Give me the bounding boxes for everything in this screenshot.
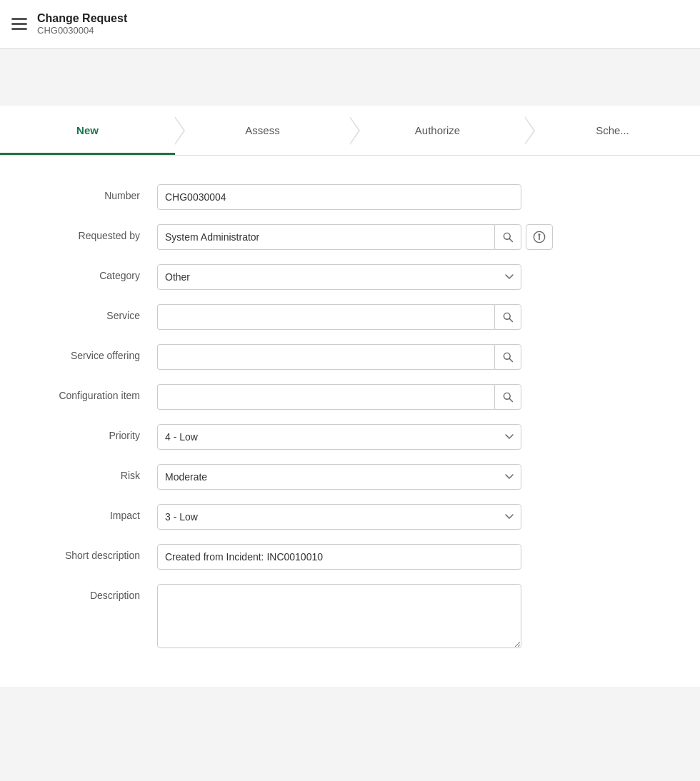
configuration-item-input[interactable] [157, 384, 494, 410]
requested-by-input-group [157, 224, 521, 250]
header-subtitle: CHG0030004 [37, 25, 127, 36]
requested-by-search-button[interactable] [494, 224, 521, 250]
label-service-offering: Service offering [14, 344, 157, 361]
label-risk: Risk [14, 464, 157, 481]
header-spacer [0, 49, 700, 106]
form-area: Number Requested by [0, 156, 700, 687]
svg-line-8 [509, 358, 512, 361]
workflow-step-assess-label: Assess [245, 124, 279, 136]
category-select[interactable]: Other Hardware Software Network Database [157, 264, 521, 290]
svg-point-5 [504, 313, 510, 319]
header-title: Change Request [37, 12, 127, 25]
service-offering-input[interactable] [157, 344, 494, 370]
hamburger-menu-icon[interactable] [11, 18, 27, 30]
svg-line-10 [509, 398, 512, 401]
form-row-service-offering: Service offering [14, 337, 686, 377]
workflow-step-assess-arrow [349, 117, 359, 144]
field-service-offering [157, 344, 521, 370]
form-row-priority: Priority 1 - Critical 2 - High 3 - Moder… [14, 417, 686, 457]
workflow-step-assess[interactable]: Assess [175, 106, 350, 155]
field-impact: 1 - High 2 - Medium 3 - Low [157, 504, 521, 530]
header-title-block: Change Request CHG0030004 [37, 12, 127, 36]
form-row-requested-by: Requested by [14, 217, 686, 257]
form-row-impact: Impact 1 - High 2 - Medium 3 - Low [14, 497, 686, 537]
label-impact: Impact [14, 504, 157, 521]
label-service: Service [14, 304, 157, 321]
label-category: Category [14, 264, 157, 281]
workflow-step-new-label: New [76, 124, 99, 136]
requested-by-input[interactable] [157, 224, 494, 250]
requested-by-info-button[interactable] [526, 224, 553, 250]
priority-select[interactable]: 1 - Critical 2 - High 3 - Moderate 4 - L… [157, 424, 521, 450]
search-icon [502, 231, 514, 243]
label-description: Description [14, 584, 157, 601]
service-offering-search-button[interactable] [494, 344, 521, 370]
form-row-short-description: Short description [14, 537, 686, 577]
field-description [157, 584, 521, 651]
short-description-input[interactable] [157, 544, 521, 570]
svg-point-0 [504, 233, 510, 239]
form-row-description: Description [14, 577, 686, 658]
app-header: Change Request CHG0030004 [0, 0, 700, 49]
label-short-description: Short description [14, 544, 157, 561]
workflow-step-schedule-label: Sche... [596, 124, 629, 136]
form-row-configuration-item: Configuration item [14, 377, 686, 417]
form-row-number: Number [14, 177, 686, 217]
description-textarea[interactable] [157, 584, 521, 648]
field-priority: 1 - Critical 2 - High 3 - Moderate 4 - L… [157, 424, 521, 450]
service-input[interactable] [157, 304, 494, 330]
workflow-step-schedule[interactable]: Sche... [525, 106, 700, 155]
label-configuration-item: Configuration item [14, 384, 157, 401]
workflow-step-authorize[interactable]: Authorize [350, 106, 525, 155]
number-input[interactable] [157, 184, 521, 210]
impact-select[interactable]: 1 - High 2 - Medium 3 - Low [157, 504, 521, 530]
search-icon [502, 391, 514, 403]
svg-point-4 [539, 234, 540, 236]
field-short-description [157, 544, 521, 570]
workflow-step-new[interactable]: New [0, 106, 175, 155]
form-row-service: Service [14, 297, 686, 337]
field-category: Other Hardware Software Network Database [157, 264, 521, 290]
workflow-step-authorize-arrow [524, 117, 534, 144]
form-row-category: Category Other Hardware Software Network… [14, 257, 686, 297]
service-search-button[interactable] [494, 304, 521, 330]
field-number [157, 184, 521, 210]
configuration-item-search-button[interactable] [494, 384, 521, 410]
label-number: Number [14, 184, 157, 201]
risk-select[interactable]: High Moderate Low [157, 464, 521, 490]
svg-line-1 [509, 238, 512, 241]
workflow-step-new-arrow [174, 117, 184, 144]
form-row-risk: Risk High Moderate Low [14, 457, 686, 497]
label-priority: Priority [14, 424, 157, 441]
search-icon [502, 311, 514, 323]
search-icon [502, 351, 514, 363]
configuration-item-input-group [157, 384, 521, 410]
svg-point-9 [504, 393, 510, 399]
svg-line-6 [509, 318, 512, 321]
field-requested-by [157, 224, 521, 250]
service-offering-input-group [157, 344, 521, 370]
workflow-bar: New Assess Authorize Sche... [0, 106, 700, 156]
workflow-step-authorize-label: Authorize [415, 124, 460, 136]
label-requested-by: Requested by [14, 224, 157, 241]
field-risk: High Moderate Low [157, 464, 521, 490]
info-circle-icon [533, 231, 546, 243]
field-service [157, 304, 521, 330]
service-input-group [157, 304, 521, 330]
field-configuration-item [157, 384, 521, 410]
svg-point-7 [504, 353, 510, 359]
